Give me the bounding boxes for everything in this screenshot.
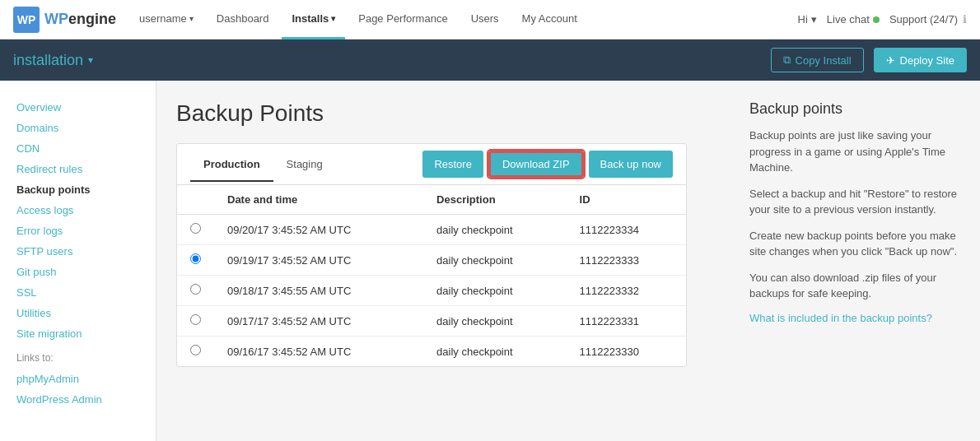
backup-radio-1[interactable] bbox=[190, 253, 201, 264]
tab-production[interactable]: Production bbox=[190, 148, 273, 182]
tab-staging[interactable]: Staging bbox=[273, 148, 336, 182]
copy-install-button[interactable]: ⧉ Copy Install bbox=[771, 48, 864, 72]
row-date: 09/20/17 3:45:52 AM UTC bbox=[214, 215, 423, 245]
row-id: 1112223332 bbox=[567, 276, 686, 306]
info-panel-para-2: Select a backup and hit "Restore" to res… bbox=[749, 186, 964, 218]
table-row[interactable]: 09/20/17 3:45:52 AM UTC daily checkpoint… bbox=[177, 215, 686, 245]
content-area: Backup Points Production Staging Restore… bbox=[156, 81, 733, 441]
backup-container: Production Staging Restore Download ZIP … bbox=[176, 143, 687, 367]
table-row[interactable]: 09/18/17 3:45:55 AM UTC daily checkpoint… bbox=[177, 276, 686, 306]
live-status-indicator bbox=[873, 16, 880, 23]
copy-icon: ⧉ bbox=[783, 53, 791, 67]
row-radio-cell[interactable] bbox=[177, 245, 214, 276]
backup-radio-0[interactable] bbox=[190, 223, 201, 234]
table-header-id: ID bbox=[567, 185, 686, 215]
row-radio-cell[interactable] bbox=[177, 276, 214, 306]
top-navigation: WP WPengine username ▾ Dashboard Install… bbox=[0, 0, 980, 39]
logo[interactable]: WP WPengine bbox=[13, 7, 116, 33]
sidebar-item-redirect-rules[interactable]: Redirect rules bbox=[0, 159, 156, 179]
hi-menu[interactable]: Hi ▾ bbox=[798, 13, 817, 26]
sidebar-link-phpmyadmin[interactable]: phpMyAdmin bbox=[0, 369, 156, 389]
row-description: daily checkpoint bbox=[423, 276, 567, 306]
page-title: Backup Points bbox=[176, 100, 713, 127]
chevron-down-icon: ▾ bbox=[189, 14, 194, 23]
backup-table: Date and time Description ID 09/20/17 3: bbox=[177, 185, 686, 366]
logo-icon: WP bbox=[13, 7, 40, 33]
sidebar-item-access-logs[interactable]: Access logs bbox=[0, 200, 156, 220]
table-row[interactable]: 09/16/17 3:45:52 AM UTC daily checkpoint… bbox=[177, 337, 686, 367]
row-date: 09/19/17 3:45:52 AM UTC bbox=[214, 245, 423, 276]
row-description: daily checkpoint bbox=[423, 337, 567, 367]
row-date: 09/18/17 3:45:55 AM UTC bbox=[214, 276, 423, 306]
row-description: daily checkpoint bbox=[423, 215, 567, 245]
logo-text: WPengine bbox=[44, 11, 116, 28]
info-panel-para-4: You can also download .zip files of your… bbox=[749, 270, 964, 302]
info-panel-para-3: Create new backup points before you make… bbox=[749, 228, 964, 260]
sub-nav-actions: ⧉ Copy Install ✈ Deploy Site bbox=[771, 48, 967, 72]
sidebar-item-backup-points[interactable]: Backup points bbox=[0, 179, 156, 200]
support-link[interactable]: Support (24/7) ℹ bbox=[889, 13, 967, 26]
nav-right: Hi ▾ Live chat Support (24/7) ℹ bbox=[798, 13, 967, 26]
backup-radio-2[interactable] bbox=[190, 284, 201, 295]
table-row[interactable]: 09/17/17 3:45:52 AM UTC daily checkpoint… bbox=[177, 306, 686, 337]
row-id: 1112223331 bbox=[567, 306, 686, 337]
chevron-down-icon: ▾ bbox=[811, 13, 817, 26]
info-icon: ℹ bbox=[963, 13, 967, 26]
backup-radio-4[interactable] bbox=[190, 345, 201, 355]
sidebar-item-ssl[interactable]: SSL bbox=[0, 282, 156, 303]
sidebar-item-site-migration[interactable]: Site migration bbox=[0, 323, 156, 344]
info-panel: Backup points Backup points are just lik… bbox=[733, 81, 980, 441]
table-header-select bbox=[177, 185, 214, 215]
sidebar-item-domains[interactable]: Domains bbox=[0, 118, 156, 138]
table-header-description: Description bbox=[423, 185, 567, 215]
row-radio-cell[interactable] bbox=[177, 306, 214, 337]
restore-button[interactable]: Restore bbox=[422, 151, 483, 178]
row-id: 1112223334 bbox=[567, 215, 686, 245]
row-radio-cell[interactable] bbox=[177, 337, 214, 367]
live-chat-link[interactable]: Live chat bbox=[827, 13, 880, 26]
main-layout: Overview Domains CDN Redirect rules Back… bbox=[0, 81, 980, 441]
info-panel-title: Backup points bbox=[749, 100, 964, 118]
chevron-down-icon: ▾ bbox=[331, 14, 335, 23]
chevron-down-icon: ▾ bbox=[88, 54, 93, 66]
nav-items: username ▾ Dashboard Installs ▾ Page Per… bbox=[129, 0, 798, 39]
sidebar-links-label: Links to: bbox=[16, 352, 139, 364]
nav-installs[interactable]: Installs ▾ bbox=[282, 0, 345, 39]
tab-actions: Restore Download ZIP Back up now bbox=[422, 144, 673, 184]
row-description: daily checkpoint bbox=[423, 245, 567, 276]
sub-navigation: installation ▾ ⧉ Copy Install ✈ Deploy S… bbox=[0, 39, 980, 81]
sidebar-item-git-push[interactable]: Git push bbox=[0, 262, 156, 282]
tabs-row: Production Staging Restore Download ZIP … bbox=[177, 144, 686, 185]
nav-my-account[interactable]: My Account bbox=[512, 0, 587, 39]
row-id: 1112223330 bbox=[567, 337, 686, 367]
deploy-site-button[interactable]: ✈ Deploy Site bbox=[874, 48, 967, 72]
sidebar-item-cdn[interactable]: CDN bbox=[0, 138, 156, 159]
row-radio-cell[interactable] bbox=[177, 215, 214, 245]
backup-radio-3[interactable] bbox=[190, 314, 201, 325]
info-panel-para-1: Backup points are just like saving your … bbox=[749, 128, 964, 176]
row-id: 1112223333 bbox=[567, 245, 686, 276]
sidebar-link-wordpress-admin[interactable]: WordPress Admin bbox=[0, 389, 156, 410]
nav-page-performance[interactable]: Page Performance bbox=[348, 0, 457, 39]
deploy-icon: ✈ bbox=[886, 54, 895, 67]
table-header-date: Date and time bbox=[214, 185, 423, 215]
sidebar-item-sftp-users[interactable]: SFTP users bbox=[0, 241, 156, 262]
nav-users[interactable]: Users bbox=[461, 0, 509, 39]
sidebar: Overview Domains CDN Redirect rules Back… bbox=[0, 81, 156, 441]
nav-username[interactable]: username ▾ bbox=[129, 0, 203, 39]
row-date: 09/17/17 3:45:52 AM UTC bbox=[214, 306, 423, 337]
back-up-now-button[interactable]: Back up now bbox=[589, 151, 673, 178]
table-row[interactable]: 09/19/17 3:45:52 AM UTC daily checkpoint… bbox=[177, 245, 686, 276]
sidebar-item-error-logs[interactable]: Error logs bbox=[0, 220, 156, 241]
row-description: daily checkpoint bbox=[423, 306, 567, 337]
info-panel-link[interactable]: What is included in the backup points? bbox=[749, 312, 932, 324]
installation-dropdown[interactable]: installation ▾ bbox=[13, 52, 93, 69]
sidebar-item-utilities[interactable]: Utilities bbox=[0, 303, 156, 323]
nav-dashboard[interactable]: Dashboard bbox=[207, 0, 279, 39]
download-zip-button[interactable]: Download ZIP bbox=[488, 151, 584, 178]
row-date: 09/16/17 3:45:52 AM UTC bbox=[214, 337, 423, 367]
sidebar-item-overview[interactable]: Overview bbox=[0, 97, 156, 118]
